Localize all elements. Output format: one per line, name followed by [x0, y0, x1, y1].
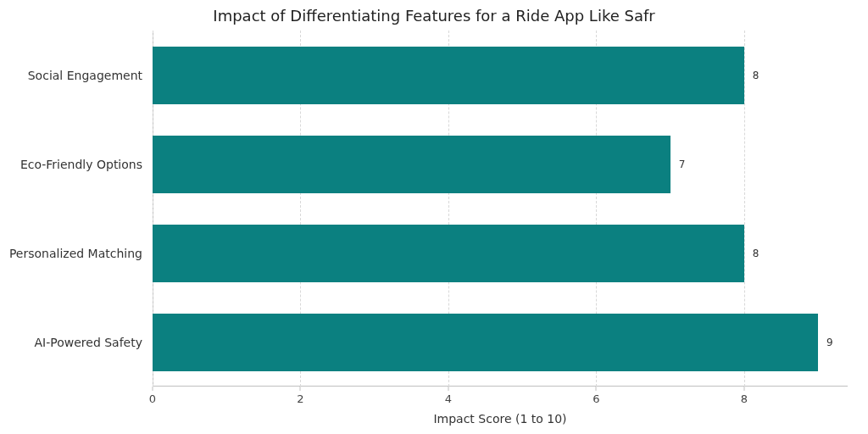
bar-value-label: 9	[826, 337, 833, 348]
x-tick-mark	[448, 387, 448, 391]
x-tick-label: 2	[297, 392, 303, 405]
x-tick-mark	[300, 387, 301, 391]
bar	[153, 136, 670, 193]
x-tick-label: 6	[593, 392, 599, 405]
bar	[153, 314, 818, 371]
x-tick-label: 0	[149, 392, 156, 405]
x-tick-label: 8	[741, 392, 748, 405]
bar-value-label: 8	[753, 70, 760, 81]
bar-value-label: 8	[753, 248, 760, 259]
bar-value-label: 7	[679, 159, 686, 170]
chart-container: Impact of Differentiating Features for a…	[0, 0, 868, 434]
y-tick-label: Social Engagement	[0, 69, 142, 82]
chart-title: Impact of Differentiating Features for a…	[0, 7, 868, 25]
y-tick-label: Personalized Matching	[0, 247, 142, 260]
bar	[153, 47, 744, 104]
y-tick-label: AI-Powered Safety	[0, 336, 142, 349]
plot-area: 0 2 4 6 8 Impact Score (1 to 10) 8 7 8 9	[153, 31, 848, 387]
y-tick-label: Eco-Friendly Options	[0, 158, 142, 171]
x-tick-mark	[153, 387, 153, 391]
x-axis-label: Impact Score (1 to 10)	[153, 412, 848, 426]
x-tick-mark	[596, 387, 597, 391]
bar	[153, 225, 744, 282]
x-tick-mark	[743, 387, 744, 391]
x-tick-label: 4	[445, 392, 452, 405]
